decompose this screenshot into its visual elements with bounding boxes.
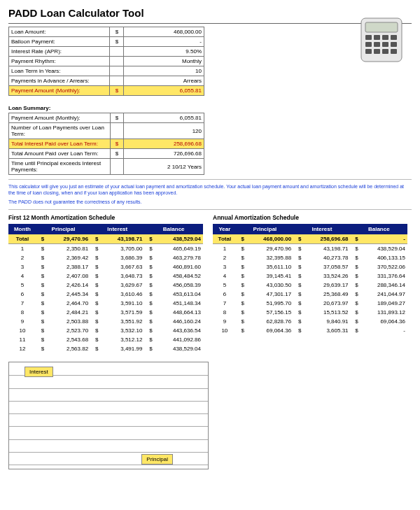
- loan-summary-heading: Loan Summary:: [8, 105, 412, 111]
- row-value: 468,000.00: [124, 27, 204, 37]
- table-row: Payment Amount (Monthly):$6,055.81: [9, 86, 204, 96]
- schedule-row: 3$35,611.10$37,058.57$370,522.06: [213, 262, 407, 271]
- schedule-row: 5$43,030.50$29,639.17$288,346.14: [213, 281, 407, 290]
- page-title: PADD Loan Calculator Tool: [8, 7, 412, 19]
- row-currency: [110, 123, 124, 139]
- table-row: Balloon Payment:$-: [9, 37, 204, 47]
- amortization-chart: Interest Principal: [8, 362, 209, 469]
- svg-rect-3: [374, 35, 380, 40]
- monthly-schedule-title: First 12 Month Amortization Schedule: [8, 214, 203, 221]
- column-header: Principal: [237, 224, 293, 234]
- svg-rect-7: [374, 42, 380, 47]
- svg-rect-9: [391, 42, 397, 47]
- column-header: Year: [213, 224, 237, 234]
- row-currency: $: [110, 139, 124, 149]
- row-value: Monthly: [124, 57, 204, 66]
- schedule-row: 7$51,995.70$20,673.97$189,049.27: [213, 299, 407, 308]
- loan-inputs-table: Loan Amount:$468,000.00Balloon Payment:$…: [8, 27, 204, 96]
- svg-rect-11: [374, 49, 380, 54]
- schedule-row: 2$32,395.88$40,273.78$406,133.15: [213, 253, 407, 262]
- table-row: Total Amount Paid over Loan Term:$726,69…: [9, 149, 204, 159]
- column-header: Interest: [293, 224, 350, 234]
- table-row: Payments in Advance / Arrears:Arrears: [9, 76, 204, 86]
- annual-schedule-title: Annual Amortization Schedule: [213, 214, 407, 221]
- schedule-row: 8$2,484.21$3,571.59$448,664.13: [8, 308, 203, 317]
- schedule-row: 9$2,503.88$3,551.92$446,160.24: [8, 317, 203, 326]
- schedule-row: 2$2,369.42$3,686.39$463,279.78: [8, 253, 203, 262]
- svg-rect-10: [365, 49, 372, 54]
- column-header: Interest: [90, 224, 144, 234]
- schedule-row: 10$2,523.70$3,532.10$443,636.54: [8, 326, 203, 335]
- table-row: Number of Loan Payments over Loan Term:1…: [9, 123, 204, 139]
- row-value: 726,696.68: [124, 149, 204, 159]
- row-currency: $: [110, 113, 124, 123]
- row-currency: $: [110, 149, 124, 159]
- schedule-row: 5$2,426.14$3,629.67$456,058.39: [8, 281, 203, 290]
- schedule-row: 6$2,445.34$3,610.46$453,613.04: [8, 290, 203, 299]
- schedule-row: 11$2,543.68$3,512.12$441,092.86: [8, 335, 203, 344]
- total-row: Total$468,000.00$258,696.68$-: [213, 234, 407, 244]
- row-value: 6,055.81: [124, 113, 204, 123]
- row-label: Balloon Payment:: [9, 37, 110, 47]
- row-label: Loan Amount:: [9, 27, 110, 37]
- row-label: Interest Rate (APR):: [9, 47, 110, 57]
- chart-legend-principal: Principal: [141, 454, 173, 465]
- row-currency: $: [110, 37, 124, 47]
- row-currency: [110, 76, 124, 86]
- svg-rect-6: [365, 42, 372, 47]
- monthly-schedule-table: MonthPrincipalInterestBalanceTotal$29,47…: [8, 224, 203, 353]
- divider-1: [8, 179, 412, 180]
- row-label: Payment Amount (Monthly):: [9, 86, 110, 96]
- row-currency: $: [110, 27, 124, 37]
- table-row: Loan Term in Years:10: [9, 66, 204, 76]
- row-label: Loan Term in Years:: [9, 66, 110, 76]
- schedule-row: 7$2,464.70$3,591.10$451,148.34: [8, 299, 203, 308]
- schedule-row: 6$47,301.17$25,368.49$241,044.97: [213, 290, 407, 299]
- title-rule: [8, 23, 412, 24]
- table-row: Total Interest Paid over Loan Term:$258,…: [9, 139, 204, 149]
- row-currency: $: [110, 86, 124, 96]
- row-currency: [110, 57, 124, 66]
- row-label: Payment Amount (Monthly):: [9, 113, 111, 123]
- annual-schedule-table: YearPrincipalInterestBalanceTotal$468,00…: [213, 224, 407, 335]
- svg-rect-4: [382, 35, 388, 40]
- row-value: Arrears: [124, 76, 204, 86]
- row-label: Total Amount Paid over Loan Term:: [9, 149, 111, 159]
- schedule-row: 10$69,064.36$3,605.31$-: [213, 326, 407, 335]
- column-header: Month: [8, 224, 36, 234]
- schedule-row: 1$29,470.96$43,198.71$438,529.04: [213, 244, 407, 254]
- row-currency: [110, 66, 124, 76]
- divider-2: [8, 209, 412, 210]
- svg-rect-5: [391, 35, 397, 40]
- row-label: Payments in Advance / Arrears:: [9, 76, 110, 86]
- column-header: Balance: [351, 224, 407, 234]
- table-row: Time until Principal exceeds Interest Pa…: [9, 159, 204, 175]
- svg-rect-1: [365, 22, 398, 32]
- calculator-icon: [357, 15, 406, 64]
- row-value: 6,055.81: [124, 86, 204, 96]
- disclaimer-no-guarantee: The PADD does not guarantee the correctn…: [8, 199, 412, 206]
- row-currency: [110, 47, 124, 57]
- row-label: Payment Rhythm:: [9, 57, 110, 66]
- table-row: Interest Rate (APR):9.50%: [9, 47, 204, 57]
- table-row: Payment Amount (Monthly):$6,055.81: [9, 113, 204, 123]
- svg-rect-8: [382, 42, 388, 47]
- row-label: Total Interest Paid over Loan Term:: [9, 139, 111, 149]
- svg-rect-12: [382, 49, 388, 54]
- table-row: Loan Amount:$468,000.00: [9, 27, 204, 37]
- schedule-row: 4$39,145.41$33,524.26$331,376.64: [213, 271, 407, 281]
- total-row: Total$29,470.96$43,198.71$438,529.04: [8, 234, 203, 244]
- schedule-row: 4$2,407.08$3,648.73$458,484.52: [8, 271, 203, 281]
- chart-legend-interest: Interest: [24, 367, 53, 377]
- row-label: Number of Loan Payments over Loan Term:: [9, 123, 111, 139]
- loan-summary-table: Payment Amount (Monthly):$6,055.81Number…: [8, 113, 204, 175]
- row-value: 9.50%: [124, 47, 204, 57]
- row-value: 2 10/12 Years: [124, 159, 204, 175]
- table-row: Payment Rhythm:Monthly: [9, 57, 204, 66]
- column-header: Principal: [36, 224, 90, 234]
- schedule-row: 3$2,388.17$3,667.63$460,891.60: [8, 262, 203, 271]
- schedule-row: 9$62,828.76$9,840.91$69,064.36: [213, 317, 407, 326]
- row-value: 120: [124, 123, 204, 139]
- schedule-row: 12$2,563.82$3,491.99$438,529.04: [8, 344, 203, 353]
- svg-rect-2: [365, 35, 372, 40]
